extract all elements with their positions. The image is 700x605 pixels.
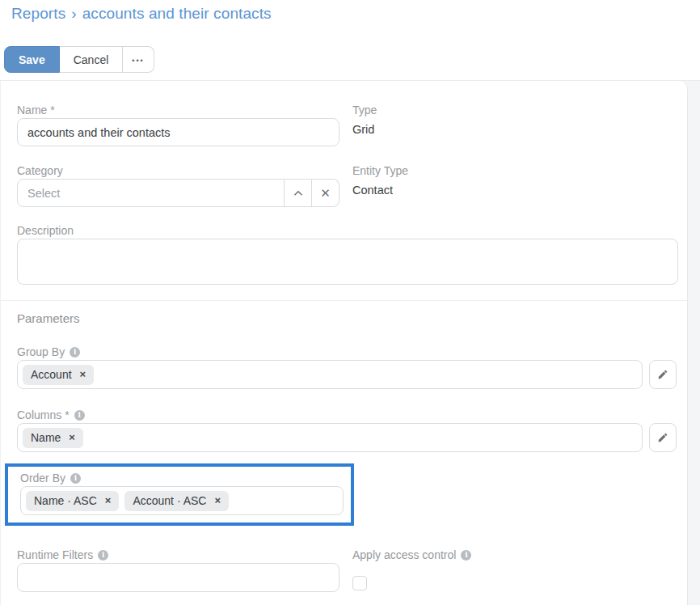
breadcrumb: Reports›accounts and their contacts	[0, 0, 700, 23]
remove-tag-icon[interactable]: ×	[80, 369, 86, 379]
tag-label: Name	[31, 431, 61, 444]
info-icon[interactable]: i	[461, 550, 471, 561]
ellipsis-icon: •••	[132, 54, 144, 65]
chevron-up-icon	[293, 188, 304, 199]
tag-name-asc: Name · ASC ×	[26, 491, 119, 511]
remove-tag-icon[interactable]: ×	[69, 432, 75, 442]
type-value: Grid	[352, 121, 677, 138]
breadcrumb-reports-link[interactable]: Reports	[11, 5, 65, 22]
close-icon: ✕	[320, 186, 331, 201]
pencil-icon	[657, 369, 668, 380]
order-by-highlight-box: Order By i Name · ASC × Account · ASC ×	[5, 463, 354, 526]
breadcrumb-separator: ›	[71, 5, 76, 22]
remove-tag-icon[interactable]: ×	[214, 495, 221, 506]
page-title: accounts and their contacts	[82, 5, 272, 22]
runtime-filters-label: Runtime Filters i	[17, 547, 339, 563]
description-label: Description	[17, 222, 687, 239]
tag-account-asc: Account · ASC ×	[124, 491, 229, 511]
category-clear-button[interactable]: ✕	[312, 179, 339, 207]
more-actions-button[interactable]: •••	[123, 46, 154, 73]
toolbar: Save Cancel •••	[4, 46, 154, 73]
tag-name: Name ×	[23, 428, 83, 448]
info-icon[interactable]: i	[70, 473, 81, 484]
tag-label: Name · ASC	[34, 494, 97, 507]
group-by-field[interactable]: Account ×	[17, 360, 643, 389]
remove-tag-icon[interactable]: ×	[105, 495, 112, 506]
page-header: Reports›accounts and their contacts Save…	[0, 0, 700, 81]
tag-label: Account	[31, 368, 72, 381]
entity-type-value: Contact	[352, 182, 677, 198]
columns-field[interactable]: Name ×	[17, 423, 643, 452]
category-label: Category	[17, 163, 339, 179]
tag-label: Account · ASC	[133, 494, 206, 507]
name-label: Name *	[17, 102, 339, 118]
group-by-label: Group By i	[17, 344, 687, 360]
section-divider	[1, 300, 687, 301]
save-button[interactable]: Save	[4, 46, 60, 73]
apply-access-control-checkbox[interactable]	[352, 576, 367, 590]
info-icon[interactable]: i	[74, 410, 85, 421]
group-by-edit-button[interactable]	[649, 360, 677, 389]
category-select-input[interactable]	[17, 179, 285, 207]
name-input[interactable]	[17, 118, 339, 146]
apply-access-control-label: Apply access control i	[352, 547, 677, 563]
category-expand-button[interactable]	[285, 179, 312, 207]
pencil-icon	[657, 432, 668, 443]
record-edit-panel: Name * Type Grid Category ✕ Entity Type …	[0, 81, 688, 605]
parameters-heading: Parameters	[17, 311, 687, 327]
type-label: Type	[352, 102, 677, 118]
columns-edit-button[interactable]	[649, 423, 677, 452]
order-by-field[interactable]: Name · ASC × Account · ASC ×	[20, 486, 344, 515]
tag-account: Account ×	[23, 365, 94, 385]
columns-label: Columns * i	[17, 407, 687, 423]
cancel-button[interactable]: Cancel	[60, 46, 124, 73]
category-select: ✕	[17, 179, 339, 207]
info-icon[interactable]: i	[98, 550, 108, 561]
page-body: Name * Type Grid Category ✕ Entity Type …	[0, 81, 700, 605]
info-icon[interactable]: i	[70, 347, 80, 358]
order-by-label: Order By i	[20, 470, 351, 486]
runtime-filters-field[interactable]	[17, 563, 339, 592]
description-textarea[interactable]	[17, 239, 678, 285]
entity-type-label: Entity Type	[352, 163, 677, 179]
